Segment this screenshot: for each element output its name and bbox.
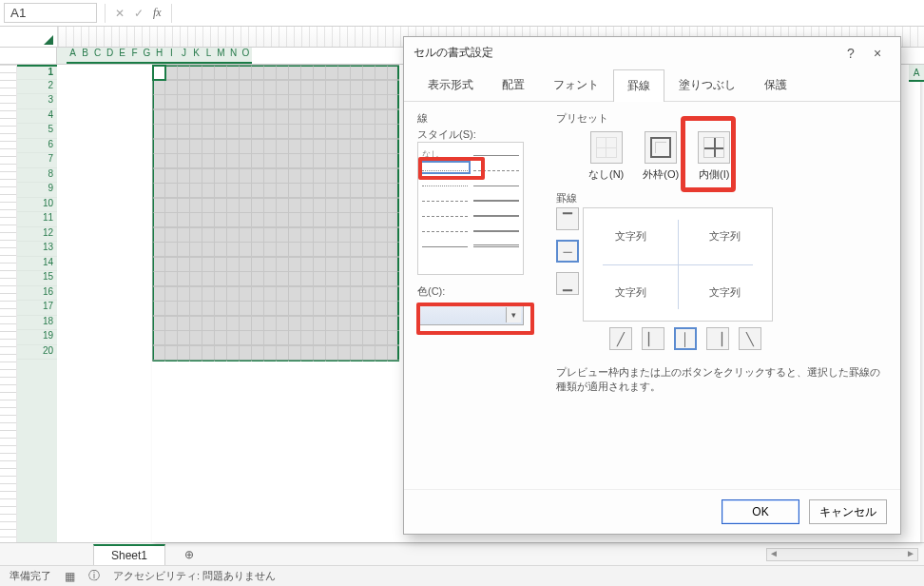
column-header[interactable]: E	[116, 48, 128, 64]
row-header[interactable]: 12	[17, 227, 57, 243]
formula-bar: ✕ ✓ fx	[0, 0, 924, 27]
border-top-button[interactable]: ▔	[556, 207, 579, 230]
dialog-tab[interactable]: 塗りつぶし	[664, 68, 750, 101]
row-header[interactable]: 8	[17, 168, 57, 184]
formula-input[interactable]	[176, 4, 924, 22]
column-header[interactable]: C	[91, 48, 104, 64]
row-header[interactable]: 14	[17, 257, 57, 272]
row-header[interactable]: 5	[17, 124, 57, 139]
row-header[interactable]: 1	[17, 65, 57, 80]
divider	[105, 4, 106, 23]
border-bottom-button[interactable]: ▁	[556, 272, 579, 295]
color-label: 色(C):	[417, 284, 539, 299]
row-headers[interactable]: 1234567891011121314151617181920	[17, 65, 57, 542]
column-header[interactable]: K	[190, 48, 202, 64]
style-none[interactable]: なし	[422, 148, 468, 156]
fx-icon[interactable]: fx	[153, 6, 162, 20]
row-header[interactable]: 15	[17, 271, 57, 286]
style-item[interactable]	[422, 209, 468, 217]
color-dropdown[interactable]: ▾	[417, 304, 524, 325]
row-header[interactable]: 19	[17, 330, 57, 345]
border-preview[interactable]: 文字列 文字列 文字列 文字列	[583, 207, 773, 322]
preset-none[interactable]: なし(N)	[588, 131, 624, 182]
row-header[interactable]: 17	[17, 301, 57, 316]
close-icon[interactable]: ×	[864, 46, 891, 61]
style-item[interactable]	[473, 164, 519, 171]
border-right-button[interactable]: ▕	[706, 327, 729, 350]
style-item[interactable]	[422, 225, 468, 232]
dialog-tab[interactable]: 表示形式	[414, 68, 488, 101]
column-header[interactable]: G	[141, 48, 153, 64]
border-hmid-button[interactable]: ─	[556, 240, 579, 263]
border-vmid-button[interactable]: │	[674, 327, 697, 350]
preset-inside[interactable]: 内側(I)	[698, 131, 730, 182]
sheet-tab-bar: Sheet1 ⊕	[0, 542, 924, 565]
dialog-tab[interactable]: 保護	[750, 68, 801, 101]
row-header[interactable]: 13	[17, 242, 57, 257]
column-header[interactable]: M	[215, 48, 227, 64]
row-header[interactable]: 20	[17, 345, 57, 361]
divider	[171, 4, 172, 23]
accessibility-icon[interactable]: ⓘ	[88, 568, 100, 584]
column-header-right[interactable]: A	[909, 65, 924, 82]
dialog-tab[interactable]: フォント	[539, 68, 613, 101]
active-cell[interactable]	[152, 65, 166, 81]
row-header[interactable]: 18	[17, 316, 57, 331]
column-header[interactable]: O	[240, 48, 252, 64]
select-all-triangle[interactable]	[44, 35, 53, 45]
add-sheet-button[interactable]: ⊕	[177, 545, 202, 564]
grid-overlay	[152, 65, 399, 361]
style-item[interactable]	[473, 240, 519, 247]
accessibility-label: アクセシビリティ: 問題ありません	[113, 569, 276, 583]
border-left-button[interactable]: ▏	[642, 327, 664, 350]
column-header[interactable]: B	[79, 48, 91, 64]
row-header[interactable]: 4	[17, 109, 57, 125]
row-header[interactable]: 11	[17, 212, 57, 227]
style-item-selected[interactable]	[422, 164, 468, 171]
preview-cell: 文字列	[584, 208, 678, 264]
row-header[interactable]: 3	[17, 94, 57, 109]
macro-icon[interactable]: ▦	[65, 570, 75, 583]
style-item[interactable]	[473, 225, 519, 232]
column-header[interactable]: I	[165, 48, 178, 64]
name-box[interactable]	[4, 3, 97, 23]
vertical-ruler	[0, 65, 17, 542]
border-diag1-button[interactable]: ╱	[609, 327, 632, 350]
row-header[interactable]: 10	[17, 198, 57, 213]
row-header[interactable]: 2	[17, 80, 57, 95]
style-item[interactable]	[473, 209, 519, 217]
row-header[interactable]: 9	[17, 183, 57, 198]
line-style-list[interactable]: なし	[417, 142, 524, 275]
style-item[interactable]	[473, 148, 519, 156]
column-header[interactable]: D	[104, 48, 116, 64]
border-diag2-button[interactable]: ╲	[739, 327, 761, 350]
format-cells-dialog: セルの書式設定 ? × 表示形式配置フォント罫線塗りつぶし保護 線 スタイル(S…	[403, 36, 901, 535]
confirm-icon[interactable]: ✓	[134, 7, 144, 20]
dialog-tab[interactable]: 配置	[488, 68, 539, 101]
row-header[interactable]: 16	[17, 286, 57, 302]
status-state: 準備完了	[10, 569, 51, 583]
column-header[interactable]: H	[153, 48, 165, 64]
help-icon[interactable]: ?	[837, 46, 864, 61]
style-item[interactable]	[422, 194, 468, 202]
column-header[interactable]: J	[178, 48, 190, 64]
style-item[interactable]	[422, 240, 468, 247]
style-item[interactable]	[473, 194, 519, 202]
column-header[interactable]: A	[67, 48, 79, 64]
dialog-tab[interactable]: 罫線	[613, 69, 664, 102]
column-header[interactable]: F	[128, 48, 141, 64]
h-scrollbar[interactable]	[766, 548, 918, 561]
style-item[interactable]	[422, 179, 468, 186]
style-label: スタイル(S):	[417, 127, 539, 142]
cancel-icon[interactable]: ✕	[115, 7, 125, 20]
preset-outline[interactable]: 外枠(O)	[643, 131, 679, 182]
row-header[interactable]: 7	[17, 153, 57, 168]
column-header[interactable]: N	[227, 48, 240, 64]
preview-cell: 文字列	[678, 208, 772, 264]
cancel-button[interactable]: キャンセル	[809, 499, 887, 524]
sheet-tab[interactable]: Sheet1	[93, 544, 165, 565]
style-item[interactable]	[473, 179, 519, 186]
ok-button[interactable]: OK	[722, 499, 799, 524]
row-header[interactable]: 6	[17, 139, 57, 154]
column-header[interactable]: L	[202, 48, 215, 64]
